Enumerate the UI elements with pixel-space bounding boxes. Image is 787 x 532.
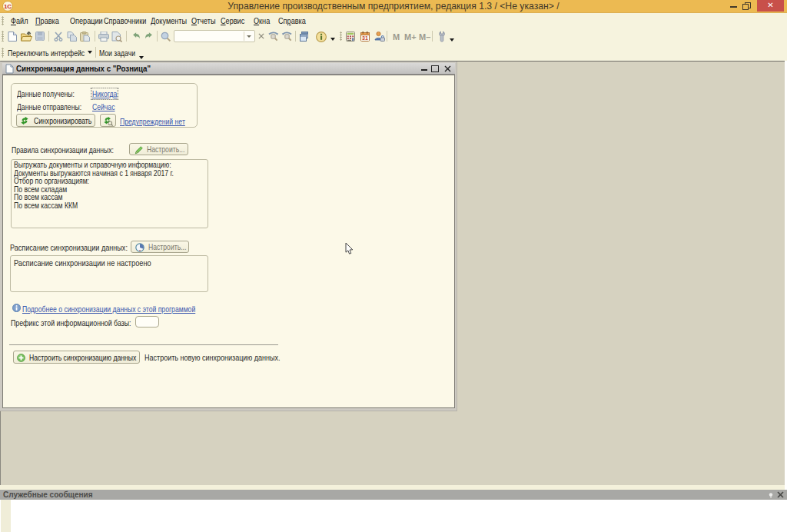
svg-text:31: 31 (362, 35, 368, 41)
